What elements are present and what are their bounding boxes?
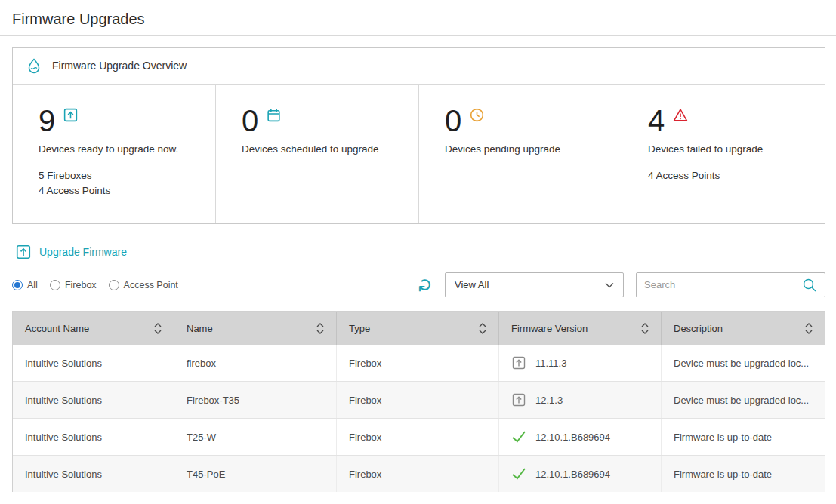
cell-description: Device must be upgraded loc... [662,345,825,381]
stat-ready-value: 9 [39,106,55,136]
stat-scheduled-value: 0 [242,106,258,136]
page-header: Firmware Upgrades [0,0,836,36]
cell-account-name: Intuitive Solutions [13,419,174,455]
cell-device-name: firebox [174,345,337,381]
warning-icon [672,107,689,123]
overview-card-header: Firmware Upgrade Overview [13,48,825,85]
firmware-version-text: 12.10.1.B689694 [535,469,610,480]
firmware-version-text: 11.11.3 [535,358,566,369]
stat-scheduled: 0 Devices scheduled to upgrade [216,85,419,223]
stat-pending-label: Devices pending upgrade [445,143,606,155]
sort-icon [805,323,813,334]
stat-ready-to-upgrade: 9 Devices ready to upgrade now. 5 Firebo… [13,85,216,223]
search-input[interactable] [644,279,802,290]
cell-device-name: T45-PoE [174,456,337,492]
stat-failed: 4 Devices failed to upgrade 4 Access Poi… [622,85,825,223]
cell-device-name: T25-W [174,419,337,455]
stat-failed-detail-access-points: 4 Access Points [648,168,810,183]
upload-icon [63,107,79,123]
description-text: Device must be upgraded loc... [674,395,809,406]
upload-icon [511,392,526,407]
page-title: Firmware Upgrades [12,11,836,28]
refresh-icon[interactable]: ↻ [416,277,434,292]
stat-failed-value: 4 [648,106,665,136]
filter-toolbar: All Firebox Access Point ↻ View All [12,272,825,297]
table-row[interactable]: Intuitive Solutions Firebox-T35 Firebox … [13,381,825,418]
stat-pending: 0 Devices pending upgrade [419,85,622,223]
sort-icon [154,323,162,334]
table-row[interactable]: Intuitive Solutions firebox Firebox 11.1… [13,345,825,381]
cell-type: Firebox [337,345,499,381]
upload-icon [511,355,526,370]
radio-all-label: All [27,280,38,290]
upgrade-firmware-button[interactable]: Upgrade Firmware [15,244,824,260]
cell-device-name: Firebox-T35 [174,382,337,418]
cell-description: Firmware is up-to-date [662,456,825,492]
search-icon[interactable] [802,278,817,293]
upgrade-firmware-label: Upgrade Firmware [39,246,127,258]
upload-icon [15,244,32,260]
column-header-type[interactable]: Type [337,312,499,345]
column-header-account-name[interactable]: Account Name [13,312,174,345]
cell-firmware-version: 12.10.1.B689694 [499,456,662,492]
stat-ready-label: Devices ready to upgrade now. [39,143,200,155]
chevron-down-icon [605,282,614,288]
description-text: Device must be upgraded loc... [674,358,809,369]
cell-firmware-version: 12.10.1.B689694 [499,419,662,455]
table-controls: ↻ View All [418,272,825,297]
stat-ready-detail-access-points: 4 Access Points [39,183,200,198]
cell-type: Firebox [337,382,499,418]
check-icon [511,430,526,444]
stat-pending-value: 0 [445,106,461,136]
stat-ready-detail-fireboxes: 5 Fireboxes [39,168,200,183]
water-drop-icon [26,57,42,74]
description-text: Firmware is up-to-date [674,432,772,443]
radio-access-point[interactable]: Access Point [109,280,178,290]
overview-card-title: Firmware Upgrade Overview [52,60,187,72]
cell-firmware-version: 12.1.3 [499,382,662,418]
view-filter-select[interactable]: View All [445,272,624,297]
device-type-filters: All Firebox Access Point [12,280,178,290]
sort-icon [479,323,486,334]
clock-icon [469,107,485,123]
search-box [636,272,825,297]
cell-description: Device must be upgraded loc... [662,382,825,418]
cell-firmware-version: 11.11.3 [499,345,662,381]
view-filter-value: View All [455,279,489,290]
sort-icon [641,323,649,334]
column-header-description[interactable]: Description [662,312,825,345]
table-body: Intuitive Solutions firebox Firebox 11.1… [13,345,825,492]
firmware-table: Account Name Name Type Firmware Version [12,311,825,492]
radio-access-point-circle [109,280,119,290]
overview-stats: 9 Devices ready to upgrade now. 5 Firebo… [13,85,825,223]
cell-type: Firebox [337,456,499,492]
firmware-overview-card: Firmware Upgrade Overview 9 Devices read… [12,47,825,224]
sort-icon [316,323,324,334]
column-header-firmware-version[interactable]: Firmware Version [499,312,662,345]
cell-account-name: Intuitive Solutions [13,382,174,418]
radio-firebox-circle [50,280,60,290]
radio-all[interactable]: All [12,280,38,290]
description-text: Firmware is up-to-date [674,469,772,480]
table-header-row: Account Name Name Type Firmware Version [13,312,825,345]
check-icon [511,467,526,481]
stat-failed-label: Devices failed to upgrade [648,143,810,155]
firmware-version-text: 12.10.1.B689694 [535,432,610,443]
column-header-name[interactable]: Name [174,312,337,345]
table-row[interactable]: Intuitive Solutions T45-PoE Firebox 12.1… [13,455,825,492]
cell-account-name: Intuitive Solutions [13,345,174,381]
cell-account-name: Intuitive Solutions [13,456,174,492]
firmware-version-text: 12.1.3 [535,395,563,406]
cell-type: Firebox [337,419,499,455]
radio-firebox-label: Firebox [65,280,97,290]
radio-access-point-label: Access Point [124,280,178,290]
radio-all-circle [12,280,23,290]
cell-description: Firmware is up-to-date [662,419,825,455]
calendar-icon [266,107,282,123]
table-row[interactable]: Intuitive Solutions T25-W Firebox 12.10.… [13,418,825,455]
stat-scheduled-label: Devices scheduled to upgrade [242,143,403,155]
radio-firebox[interactable]: Firebox [50,280,97,290]
